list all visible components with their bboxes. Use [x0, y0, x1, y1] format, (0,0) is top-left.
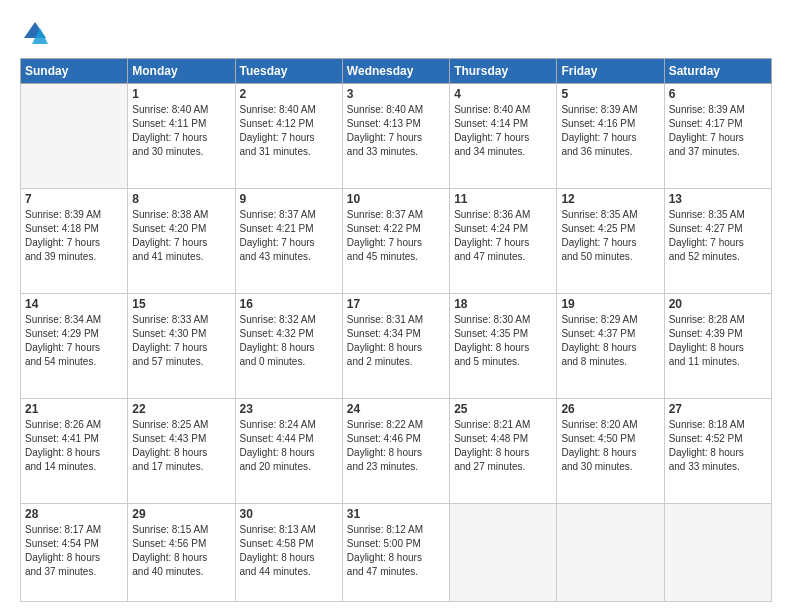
day-number: 26 — [561, 402, 659, 416]
calendar-cell: 6Sunrise: 8:39 AM Sunset: 4:17 PM Daylig… — [664, 84, 771, 189]
calendar-cell: 10Sunrise: 8:37 AM Sunset: 4:22 PM Dayli… — [342, 189, 449, 294]
day-number: 18 — [454, 297, 552, 311]
page: SundayMondayTuesdayWednesdayThursdayFrid… — [0, 0, 792, 612]
day-number: 8 — [132, 192, 230, 206]
day-header-saturday: Saturday — [664, 59, 771, 84]
cell-content: Sunrise: 8:21 AM Sunset: 4:48 PM Dayligh… — [454, 418, 552, 474]
cell-content: Sunrise: 8:40 AM Sunset: 4:13 PM Dayligh… — [347, 103, 445, 159]
calendar-header-row: SundayMondayTuesdayWednesdayThursdayFrid… — [21, 59, 772, 84]
day-number: 22 — [132, 402, 230, 416]
cell-content: Sunrise: 8:38 AM Sunset: 4:20 PM Dayligh… — [132, 208, 230, 264]
cell-content: Sunrise: 8:39 AM Sunset: 4:17 PM Dayligh… — [669, 103, 767, 159]
calendar-cell: 27Sunrise: 8:18 AM Sunset: 4:52 PM Dayli… — [664, 399, 771, 504]
cell-content: Sunrise: 8:35 AM Sunset: 4:27 PM Dayligh… — [669, 208, 767, 264]
calendar-week-row: 21Sunrise: 8:26 AM Sunset: 4:41 PM Dayli… — [21, 399, 772, 504]
cell-content: Sunrise: 8:37 AM Sunset: 4:21 PM Dayligh… — [240, 208, 338, 264]
calendar-cell: 4Sunrise: 8:40 AM Sunset: 4:14 PM Daylig… — [450, 84, 557, 189]
day-number: 12 — [561, 192, 659, 206]
day-number: 3 — [347, 87, 445, 101]
day-header-friday: Friday — [557, 59, 664, 84]
header — [20, 18, 772, 48]
calendar-cell: 18Sunrise: 8:30 AM Sunset: 4:35 PM Dayli… — [450, 294, 557, 399]
day-header-tuesday: Tuesday — [235, 59, 342, 84]
day-number: 21 — [25, 402, 123, 416]
day-number: 4 — [454, 87, 552, 101]
cell-content: Sunrise: 8:32 AM Sunset: 4:32 PM Dayligh… — [240, 313, 338, 369]
calendar-cell: 14Sunrise: 8:34 AM Sunset: 4:29 PM Dayli… — [21, 294, 128, 399]
calendar-week-row: 28Sunrise: 8:17 AM Sunset: 4:54 PM Dayli… — [21, 504, 772, 602]
calendar-cell: 25Sunrise: 8:21 AM Sunset: 4:48 PM Dayli… — [450, 399, 557, 504]
cell-content: Sunrise: 8:39 AM Sunset: 4:18 PM Dayligh… — [25, 208, 123, 264]
calendar-cell — [21, 84, 128, 189]
cell-content: Sunrise: 8:40 AM Sunset: 4:14 PM Dayligh… — [454, 103, 552, 159]
calendar-cell: 3Sunrise: 8:40 AM Sunset: 4:13 PM Daylig… — [342, 84, 449, 189]
day-number: 25 — [454, 402, 552, 416]
calendar-cell: 16Sunrise: 8:32 AM Sunset: 4:32 PM Dayli… — [235, 294, 342, 399]
cell-content: Sunrise: 8:26 AM Sunset: 4:41 PM Dayligh… — [25, 418, 123, 474]
cell-content: Sunrise: 8:15 AM Sunset: 4:56 PM Dayligh… — [132, 523, 230, 579]
day-number: 11 — [454, 192, 552, 206]
calendar-cell: 26Sunrise: 8:20 AM Sunset: 4:50 PM Dayli… — [557, 399, 664, 504]
day-number: 7 — [25, 192, 123, 206]
day-number: 1 — [132, 87, 230, 101]
cell-content: Sunrise: 8:35 AM Sunset: 4:25 PM Dayligh… — [561, 208, 659, 264]
calendar-cell: 1Sunrise: 8:40 AM Sunset: 4:11 PM Daylig… — [128, 84, 235, 189]
cell-content: Sunrise: 8:18 AM Sunset: 4:52 PM Dayligh… — [669, 418, 767, 474]
day-number: 5 — [561, 87, 659, 101]
day-number: 10 — [347, 192, 445, 206]
day-number: 23 — [240, 402, 338, 416]
day-number: 6 — [669, 87, 767, 101]
cell-content: Sunrise: 8:22 AM Sunset: 4:46 PM Dayligh… — [347, 418, 445, 474]
calendar-cell: 29Sunrise: 8:15 AM Sunset: 4:56 PM Dayli… — [128, 504, 235, 602]
calendar-cell: 12Sunrise: 8:35 AM Sunset: 4:25 PM Dayli… — [557, 189, 664, 294]
day-number: 28 — [25, 507, 123, 521]
day-number: 15 — [132, 297, 230, 311]
calendar-cell — [450, 504, 557, 602]
calendar-cell: 9Sunrise: 8:37 AM Sunset: 4:21 PM Daylig… — [235, 189, 342, 294]
calendar-cell: 22Sunrise: 8:25 AM Sunset: 4:43 PM Dayli… — [128, 399, 235, 504]
day-number: 19 — [561, 297, 659, 311]
calendar-cell: 5Sunrise: 8:39 AM Sunset: 4:16 PM Daylig… — [557, 84, 664, 189]
cell-content: Sunrise: 8:30 AM Sunset: 4:35 PM Dayligh… — [454, 313, 552, 369]
calendar-cell: 24Sunrise: 8:22 AM Sunset: 4:46 PM Dayli… — [342, 399, 449, 504]
cell-content: Sunrise: 8:36 AM Sunset: 4:24 PM Dayligh… — [454, 208, 552, 264]
day-header-monday: Monday — [128, 59, 235, 84]
day-number: 17 — [347, 297, 445, 311]
day-number: 29 — [132, 507, 230, 521]
day-number: 24 — [347, 402, 445, 416]
calendar-cell: 13Sunrise: 8:35 AM Sunset: 4:27 PM Dayli… — [664, 189, 771, 294]
day-number: 20 — [669, 297, 767, 311]
calendar-cell: 23Sunrise: 8:24 AM Sunset: 4:44 PM Dayli… — [235, 399, 342, 504]
cell-content: Sunrise: 8:29 AM Sunset: 4:37 PM Dayligh… — [561, 313, 659, 369]
calendar-cell: 31Sunrise: 8:12 AM Sunset: 5:00 PM Dayli… — [342, 504, 449, 602]
cell-content: Sunrise: 8:31 AM Sunset: 4:34 PM Dayligh… — [347, 313, 445, 369]
calendar-cell: 21Sunrise: 8:26 AM Sunset: 4:41 PM Dayli… — [21, 399, 128, 504]
cell-content: Sunrise: 8:17 AM Sunset: 4:54 PM Dayligh… — [25, 523, 123, 579]
day-number: 27 — [669, 402, 767, 416]
cell-content: Sunrise: 8:28 AM Sunset: 4:39 PM Dayligh… — [669, 313, 767, 369]
cell-content: Sunrise: 8:20 AM Sunset: 4:50 PM Dayligh… — [561, 418, 659, 474]
day-number: 14 — [25, 297, 123, 311]
calendar-cell: 20Sunrise: 8:28 AM Sunset: 4:39 PM Dayli… — [664, 294, 771, 399]
day-number: 9 — [240, 192, 338, 206]
cell-content: Sunrise: 8:40 AM Sunset: 4:12 PM Dayligh… — [240, 103, 338, 159]
day-header-thursday: Thursday — [450, 59, 557, 84]
cell-content: Sunrise: 8:13 AM Sunset: 4:58 PM Dayligh… — [240, 523, 338, 579]
cell-content: Sunrise: 8:25 AM Sunset: 4:43 PM Dayligh… — [132, 418, 230, 474]
calendar-cell: 30Sunrise: 8:13 AM Sunset: 4:58 PM Dayli… — [235, 504, 342, 602]
calendar-cell: 11Sunrise: 8:36 AM Sunset: 4:24 PM Dayli… — [450, 189, 557, 294]
cell-content: Sunrise: 8:34 AM Sunset: 4:29 PM Dayligh… — [25, 313, 123, 369]
calendar-week-row: 7Sunrise: 8:39 AM Sunset: 4:18 PM Daylig… — [21, 189, 772, 294]
calendar-cell: 2Sunrise: 8:40 AM Sunset: 4:12 PM Daylig… — [235, 84, 342, 189]
calendar-week-row: 14Sunrise: 8:34 AM Sunset: 4:29 PM Dayli… — [21, 294, 772, 399]
calendar-cell: 28Sunrise: 8:17 AM Sunset: 4:54 PM Dayli… — [21, 504, 128, 602]
day-number: 13 — [669, 192, 767, 206]
cell-content: Sunrise: 8:40 AM Sunset: 4:11 PM Dayligh… — [132, 103, 230, 159]
day-number: 2 — [240, 87, 338, 101]
calendar-cell: 7Sunrise: 8:39 AM Sunset: 4:18 PM Daylig… — [21, 189, 128, 294]
calendar-table: SundayMondayTuesdayWednesdayThursdayFrid… — [20, 58, 772, 602]
calendar-cell — [557, 504, 664, 602]
calendar-cell: 19Sunrise: 8:29 AM Sunset: 4:37 PM Dayli… — [557, 294, 664, 399]
cell-content: Sunrise: 8:24 AM Sunset: 4:44 PM Dayligh… — [240, 418, 338, 474]
day-number: 31 — [347, 507, 445, 521]
